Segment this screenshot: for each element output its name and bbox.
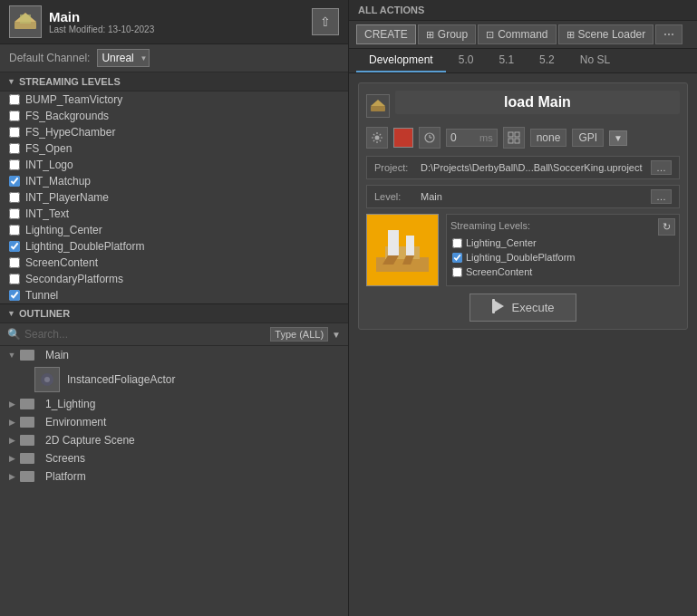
level-checkbox[interactable] xyxy=(9,290,20,301)
level-name: SecondaryPlatforms xyxy=(25,273,123,285)
tree-item[interactable]: ▶2D Capture Scene xyxy=(0,431,348,449)
streaming-panel-header: Streaming Levels: ↻ xyxy=(450,218,675,236)
level-checkbox[interactable] xyxy=(9,143,20,154)
outliner-header[interactable]: ▼ OUTLINER xyxy=(0,304,348,323)
type-filter-button[interactable]: Type (ALL) xyxy=(270,327,328,342)
level-checkbox[interactable] xyxy=(9,257,20,268)
tab-5-1[interactable]: 5.1 xyxy=(486,49,527,72)
level-name: ScreenContent xyxy=(25,256,98,269)
level-item[interactable]: Lighting_Center xyxy=(0,222,348,238)
tab-no-sl[interactable]: No SL xyxy=(567,49,623,72)
execute-button[interactable]: Execute xyxy=(470,294,577,322)
svg-rect-5 xyxy=(371,106,385,111)
level-item[interactable]: SecondaryPlatforms xyxy=(0,271,348,287)
scene-loader-button[interactable]: ⊞ Scene Loader xyxy=(558,24,654,44)
level-item[interactable]: FS_Backgrounds xyxy=(0,108,348,124)
streaming-checkbox[interactable] xyxy=(452,253,462,263)
gpi-button[interactable]: GPI xyxy=(572,129,604,147)
level-info-row: Level: Main … xyxy=(366,185,680,208)
main-title: Main xyxy=(49,9,154,24)
tab-5-2[interactable]: 5.2 xyxy=(527,49,567,72)
tab-5-0[interactable]: 5.0 xyxy=(446,49,487,72)
streaming-checkbox[interactable] xyxy=(452,238,462,248)
svg-point-7 xyxy=(375,136,380,140)
level-checkbox[interactable] xyxy=(9,241,20,252)
search-input[interactable] xyxy=(24,328,266,341)
level-checkbox[interactable] xyxy=(9,208,20,219)
channel-select[interactable]: Unreal xyxy=(97,49,150,67)
expand-arrow-icon: ▶ xyxy=(7,418,16,427)
level-item[interactable]: INT_Matchup xyxy=(0,173,348,189)
tree-item[interactable]: ▶1_Lighting xyxy=(0,395,348,413)
grid-icon-btn[interactable] xyxy=(503,127,525,149)
color-button[interactable] xyxy=(393,128,413,148)
level-item[interactable]: FS_Open xyxy=(0,140,348,157)
dropdown-button[interactable]: ▼ xyxy=(609,130,627,146)
level-name: FS_Open xyxy=(25,142,72,155)
level-checkbox[interactable] xyxy=(9,159,20,170)
tree-item[interactable]: InstancedFoliageActor xyxy=(0,364,348,395)
level-checkbox[interactable] xyxy=(9,274,20,284)
outliner-title: OUTLINER xyxy=(19,308,70,319)
upload-button[interactable]: ⇧ xyxy=(312,8,339,35)
streaming-checkbox[interactable] xyxy=(452,267,462,277)
tree-item-label: Platform xyxy=(45,470,86,483)
level-checkbox[interactable] xyxy=(9,225,20,236)
action-card-title: load Main xyxy=(395,91,680,114)
folder-icon xyxy=(20,453,34,464)
execute-row: Execute xyxy=(366,294,680,322)
tree-item[interactable]: ▶Environment xyxy=(0,413,348,431)
project-value: D:\Projects\DerbyBall\D...Ball\SoccerKin… xyxy=(421,162,645,173)
outliner-search-bar: 🔍 Type (ALL) ▼ xyxy=(0,323,348,346)
level-item[interactable]: INT_Text xyxy=(0,206,348,222)
tree-item-label: InstancedFoliageActor xyxy=(67,373,175,386)
svg-rect-23 xyxy=(492,299,495,313)
level-item[interactable]: INT_Logo xyxy=(0,157,348,173)
level-browse-button[interactable]: … xyxy=(651,189,672,204)
streaming-levels-header[interactable]: ▼ STREAMING LEVELS xyxy=(0,72,348,91)
level-item[interactable]: Tunnel xyxy=(0,287,348,303)
project-browse-button[interactable]: … xyxy=(651,160,672,175)
tab-development[interactable]: Development xyxy=(356,49,446,72)
level-checkbox[interactable] xyxy=(9,94,20,105)
tree-item[interactable]: ▶Screens xyxy=(0,449,348,467)
tree-item[interactable]: ▼Main xyxy=(0,346,348,364)
settings-icon-btn[interactable] xyxy=(366,127,388,149)
level-icon xyxy=(9,5,42,38)
streaming-item-name: Lighting_Center xyxy=(466,237,537,248)
refresh-button[interactable]: ↻ xyxy=(658,218,675,236)
clock-icon-btn[interactable] xyxy=(419,127,440,149)
level-name: Lighting_Center xyxy=(25,224,102,236)
level-item[interactable]: BUMP_TeamVictory xyxy=(0,91,348,108)
level-checkbox[interactable] xyxy=(9,192,20,203)
streaming-panel: Streaming Levels: ↻ Lighting_CenterLight… xyxy=(446,214,680,286)
level-item[interactable]: ScreenContent xyxy=(0,255,348,271)
level-name: FS_Backgrounds xyxy=(25,110,109,122)
svg-rect-12 xyxy=(515,132,519,137)
card-icon xyxy=(366,94,390,118)
group-button[interactable]: ⊞ Group xyxy=(418,24,476,44)
command-button[interactable]: ⊡ Command xyxy=(478,24,556,44)
streaming-list-item[interactable]: Lighting_Center xyxy=(450,236,675,250)
level-item[interactable]: Lighting_DoublePlatform xyxy=(0,238,348,255)
create-button[interactable]: CREATE xyxy=(356,24,416,44)
project-info-row: Project: D:\Projects\DerbyBall\D...Ball\… xyxy=(366,156,680,179)
execute-label: Execute xyxy=(512,301,555,314)
level-value: Main xyxy=(421,191,645,202)
level-item[interactable]: INT_PlayerName xyxy=(0,189,348,206)
streaming-list-item[interactable]: ScreenContent xyxy=(450,265,675,279)
level-item[interactable]: FS_HypeChamber xyxy=(0,124,348,140)
grid-select[interactable]: none xyxy=(530,129,567,147)
group-icon: ⊞ xyxy=(426,29,434,41)
level-checkbox[interactable] xyxy=(9,111,20,121)
tree-item[interactable]: ▶Platform xyxy=(0,467,348,486)
level-checkbox[interactable] xyxy=(9,127,20,138)
level-name: INT_PlayerName xyxy=(25,191,109,204)
streaming-list-item[interactable]: Lighting_DoublePlatform xyxy=(450,250,675,265)
right-panel: ALL ACTIONS CREATE ⊞ Group ⊡ Command ⊞ S… xyxy=(349,0,697,616)
time-input[interactable] xyxy=(450,131,478,144)
svg-rect-11 xyxy=(508,132,513,137)
level-name: Tunnel xyxy=(25,289,58,302)
level-checkbox[interactable] xyxy=(9,176,20,187)
more-button[interactable]: ⋯ xyxy=(655,24,682,44)
